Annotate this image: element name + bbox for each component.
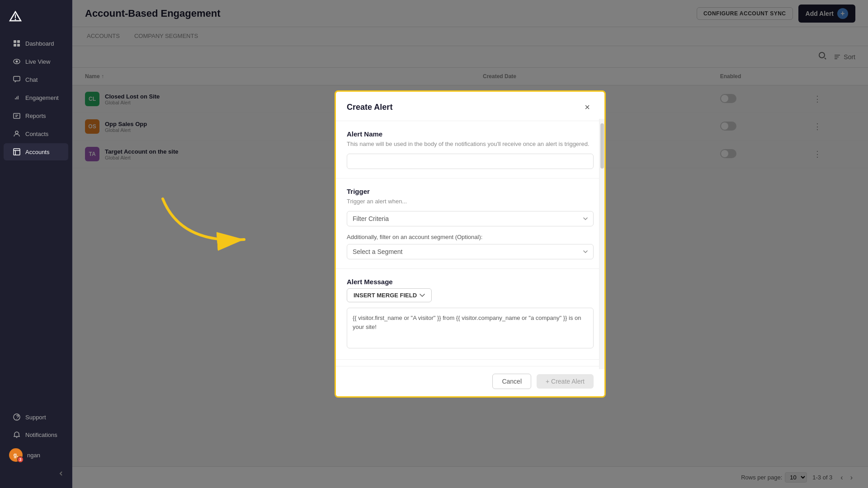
sidebar-item-accounts[interactable]: Accounts (4, 143, 68, 160)
sidebar-item-contacts[interactable]: Contacts (4, 125, 68, 142)
alert-name-desc: This name will be used in the body of th… (347, 141, 594, 147)
contacts-icon (13, 130, 21, 138)
reports-icon (13, 112, 21, 120)
dropdown-icon (420, 294, 425, 297)
sidebar-item-label: Dashboard (25, 40, 54, 47)
user-profile[interactable]: g. 3 ngan (0, 444, 72, 466)
svg-point-16 (16, 419, 17, 420)
svg-rect-5 (14, 44, 16, 47)
trigger-section: Trigger Trigger an alert when... Filter … (336, 178, 604, 269)
sidebar: Dashboard Live View Chat Engagement Repo… (0, 0, 72, 488)
segment-label: Additionally, filter on an account segme… (347, 234, 594, 240)
notifications-section: Notifications Who would you like to send… (336, 360, 604, 366)
filter-criteria-select[interactable]: Filter Criteria (347, 211, 594, 226)
accounts-icon (13, 148, 21, 156)
sidebar-item-label: Chat (25, 76, 38, 83)
sidebar-item-label: Accounts (25, 149, 49, 155)
alert-message-title: Alert Message (347, 278, 594, 286)
sidebar-item-notifications[interactable]: Notifications (4, 426, 68, 443)
dashboard-icon (13, 39, 21, 47)
alert-message-section: Alert Message INSERT MERGE FIELD {{ visi… (336, 269, 604, 360)
svg-point-11 (15, 131, 18, 134)
create-alert-button[interactable]: + Create Alert (537, 374, 594, 389)
chat-icon (13, 75, 21, 84)
sidebar-item-live-view[interactable]: Live View (4, 53, 68, 70)
notification-badge: 3 (17, 456, 24, 463)
modal-header: Create Alert × (336, 92, 604, 121)
insert-merge-field-button[interactable]: INSERT MERGE FIELD (347, 288, 432, 302)
modal-body: Alert Name This name will be used in the… (336, 121, 604, 366)
modal-footer: Cancel + Create Alert (336, 366, 604, 396)
engagement-icon (13, 94, 21, 102)
sidebar-item-label: Support (25, 414, 46, 421)
arrow-annotation (145, 190, 280, 271)
svg-rect-3 (14, 40, 16, 43)
eye-icon (13, 57, 21, 66)
trigger-title: Trigger (347, 188, 594, 195)
avatar: g. 3 (9, 448, 23, 462)
logo-icon (9, 11, 22, 23)
sidebar-item-chat[interactable]: Chat (4, 71, 68, 88)
scrollbar-thumb (600, 123, 604, 169)
sidebar-item-dashboard[interactable]: Dashboard (4, 35, 68, 52)
create-alert-modal: Create Alert × Alert Name This name will… (335, 90, 606, 398)
sidebar-item-label: Engagement (25, 94, 59, 101)
user-name: ngan (27, 452, 40, 459)
sidebar-item-label: Contacts (25, 131, 48, 137)
sidebar-item-label: Notifications (25, 432, 57, 438)
alert-name-section: Alert Name This name will be used in the… (336, 121, 604, 178)
svg-point-8 (16, 61, 18, 63)
segment-select[interactable]: Select a Segment (347, 244, 594, 259)
svg-rect-6 (17, 44, 20, 47)
bell-icon (13, 431, 21, 439)
sidebar-item-engagement[interactable]: Engagement (4, 89, 68, 106)
alert-name-title: Alert Name (347, 130, 594, 138)
logo[interactable] (0, 7, 72, 34)
trigger-desc: Trigger an alert when... (347, 198, 594, 205)
sidebar-item-label: Reports (25, 113, 46, 119)
svg-point-2 (15, 19, 16, 20)
support-icon (13, 413, 21, 421)
collapse-sidebar-button[interactable] (0, 466, 72, 481)
modal-scrollbar[interactable] (599, 119, 604, 369)
sidebar-item-reports[interactable]: Reports (4, 107, 68, 124)
svg-rect-10 (14, 113, 20, 118)
alert-name-input[interactable] (347, 154, 594, 169)
sidebar-item-label: Live View (25, 58, 50, 65)
sidebar-item-support[interactable]: Support (4, 408, 68, 426)
insert-merge-label: INSERT MERGE FIELD (354, 292, 417, 299)
main-content: Account-Based Engagement CONFIGURE ACCOU… (72, 0, 868, 488)
svg-rect-12 (14, 149, 20, 155)
alert-message-textarea[interactable]: {{ visitor.first_name or "A visitor" }} … (347, 308, 594, 348)
modal-title: Create Alert (347, 103, 392, 112)
svg-rect-9 (14, 76, 20, 81)
modal-overlay[interactable]: Create Alert × Alert Name This name will… (72, 0, 868, 488)
cancel-button[interactable]: Cancel (492, 374, 531, 389)
modal-close-button[interactable]: × (581, 101, 594, 113)
svg-rect-4 (17, 40, 20, 43)
